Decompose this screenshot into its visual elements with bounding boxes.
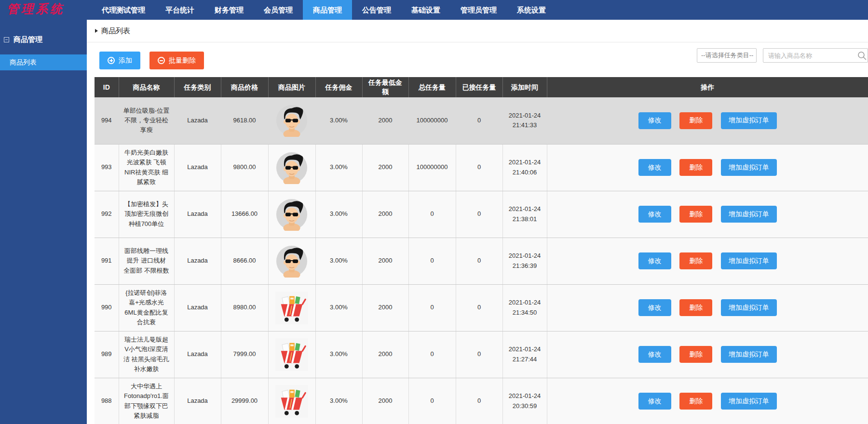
cell-commission: 3.00%: [315, 144, 362, 191]
top-nav-item-system[interactable]: 系统设置: [507, 0, 556, 20]
column-header-3: 商品价格: [221, 77, 268, 97]
add-button[interactable]: 添加: [99, 52, 140, 69]
cell-min-amount: 2000: [362, 331, 408, 378]
cell-id: 993: [95, 144, 119, 191]
add-virtual-order-button[interactable]: 增加虚拟订单: [721, 252, 777, 269]
delete-button[interactable]: 删除: [679, 299, 712, 316]
top-nav-item-label: 平台统计: [165, 6, 194, 14]
toolbar-left-buttons: 添加 批量删除: [99, 52, 204, 69]
cell-price: 8980.00: [221, 284, 268, 331]
cell-taken-tasks: 0: [456, 191, 502, 238]
top-nav-item-agent-test[interactable]: 代理测试管理: [92, 0, 155, 20]
minus-circle-icon: [158, 57, 165, 64]
table-row-988: 988 大中华遇上Fotonadp'ro1.面部下颚缘双下巴紧肤减脂 Lazad…: [95, 378, 868, 424]
sidebar-section-label: 商品管理: [14, 35, 42, 44]
column-header-1: 商品名称: [119, 77, 174, 97]
add-time-clock: 21:27:44: [507, 355, 543, 364]
top-nav-item-label: 管理员管理: [461, 6, 497, 14]
sidebar-section-products[interactable]: 商品管理: [0, 34, 87, 45]
add-virtual-order-button[interactable]: 增加虚拟订单: [721, 206, 777, 223]
delete-button[interactable]: 删除: [679, 206, 712, 223]
table-row-990: 990 {拉诺研创}菲洛嘉+光感水光6ML黄金配比复合抗衰 Lazada 898…: [95, 284, 868, 331]
table-header-row: ID商品名称任务类别商品价格商品图片任务佣金任务最低金额总任务量已接任务量添加时…: [95, 77, 868, 97]
top-nav-item-announcements[interactable]: 公告管理: [352, 0, 401, 20]
top-nav-item-products[interactable]: 商品管理: [303, 0, 352, 20]
top-nav-item-label: 系统设置: [517, 6, 546, 14]
product-search-input[interactable]: [763, 48, 868, 63]
edit-button[interactable]: 修改: [638, 206, 671, 223]
top-nav-item-label: 会员管理: [264, 6, 293, 14]
delete-button[interactable]: 删除: [679, 393, 712, 410]
cell-actions: 修改 删除 增加虚拟订单: [547, 331, 868, 378]
cell-min-amount: 2000: [362, 97, 408, 144]
cell-min-amount: 2000: [362, 191, 408, 238]
top-nav-item-members[interactable]: 会员管理: [254, 0, 303, 20]
product-table-head: ID商品名称任务类别商品价格商品图片任务佣金任务最低金额总任务量已接任务量添加时…: [95, 77, 868, 97]
top-nav-item-platform-stats[interactable]: 平台统计: [155, 0, 204, 20]
edit-button[interactable]: 修改: [638, 159, 671, 176]
top-nav-item-admins[interactable]: 管理员管理: [450, 0, 507, 20]
cell-total-tasks: 0: [408, 378, 456, 424]
top-nav-item-label: 代理测试管理: [102, 6, 145, 14]
top-nav-item-finance[interactable]: 财务管理: [204, 0, 254, 20]
top-nav-item-label: 财务管理: [215, 6, 244, 14]
cell-product-image: [268, 331, 315, 378]
cell-actions: 修改 删除 增加虚拟订单: [547, 238, 868, 284]
sidebar-item-product-list[interactable]: 商品列表: [0, 54, 87, 70]
column-header-2: 任务类别: [174, 77, 221, 97]
delete-button[interactable]: 删除: [679, 112, 712, 129]
add-time-date: 2021-01-24: [507, 204, 543, 214]
top-nav-item-basic-settings[interactable]: 基础设置: [401, 0, 450, 20]
batch-delete-button[interactable]: 批量删除: [149, 52, 204, 69]
sidebar: 商品管理 商品列表: [0, 20, 87, 424]
avatar-man-sunglasses-icon: [272, 151, 312, 184]
cell-add-time: 2021-01-24 21:41:33: [502, 97, 547, 144]
edit-button[interactable]: 修改: [638, 299, 671, 316]
cell-id: 991: [95, 238, 119, 284]
cell-task-category: Lazada: [174, 144, 221, 191]
add-virtual-order-button[interactable]: 增加虚拟订单: [721, 159, 777, 176]
column-header-9: 添加时间: [502, 77, 547, 97]
add-virtual-order-button[interactable]: 增加虚拟订单: [721, 393, 777, 410]
add-time-clock: 21:34:50: [507, 308, 543, 318]
toolbar-filters: --请选择任务类目--: [697, 48, 868, 63]
cell-total-tasks: 100000000: [408, 144, 456, 191]
task-category-select[interactable]: --请选择任务类目--: [697, 48, 757, 63]
cell-actions: 修改 删除 增加虚拟订单: [547, 378, 868, 424]
add-button-label: 添加: [119, 56, 132, 65]
cell-id: 990: [95, 284, 119, 331]
cell-price: 9800.00: [221, 144, 268, 191]
delete-button[interactable]: 删除: [679, 346, 712, 363]
avatar-man-sunglasses-icon: [272, 104, 312, 137]
cell-id: 988: [95, 378, 119, 424]
delete-button[interactable]: 删除: [679, 252, 712, 269]
edit-button[interactable]: 修改: [638, 252, 671, 269]
add-time-date: 2021-01-24: [507, 251, 543, 261]
collapse-box-icon: [4, 37, 9, 42]
add-virtual-order-button[interactable]: 增加虚拟订单: [721, 346, 777, 363]
table-row-994: 994 单部位吸脂-位置不限，专业轻松享瘦 Lazada 9618.00 3.0…: [95, 97, 868, 144]
top-nav: 管理系统 代理测试管理 平台统计 财务管理 会员管理 商品管理 公告管理 基础设…: [0, 0, 868, 20]
cell-add-time: 2021-01-24 21:38:01: [502, 191, 547, 238]
top-nav-item-label: 基础设置: [411, 6, 440, 14]
add-virtual-order-button[interactable]: 增加虚拟订单: [721, 112, 777, 129]
column-header-actions: 操作: [547, 77, 868, 97]
edit-button[interactable]: 修改: [638, 112, 671, 129]
cell-commission: 3.00%: [315, 238, 362, 284]
cell-price: 9618.00: [221, 97, 268, 144]
search-icon[interactable]: [857, 51, 867, 60]
cell-task-category: Lazada: [174, 238, 221, 284]
edit-button[interactable]: 修改: [638, 346, 671, 363]
breadcrumb: 商品列表: [87, 20, 868, 42]
cell-total-tasks: 100000000: [408, 97, 456, 144]
delete-button[interactable]: 删除: [679, 159, 712, 176]
edit-button[interactable]: 修改: [638, 393, 671, 410]
column-header-0: ID: [95, 77, 119, 97]
add-virtual-order-button[interactable]: 增加虚拟订单: [721, 299, 777, 316]
cell-product-image: [268, 97, 315, 144]
cell-price: 29999.00: [221, 378, 268, 424]
add-time-date: 2021-01-24: [507, 344, 543, 354]
add-time-date: 2021-01-24: [507, 158, 543, 167]
avatar-man-sunglasses-icon: [272, 198, 312, 231]
column-header-5: 任务佣金: [315, 77, 362, 97]
